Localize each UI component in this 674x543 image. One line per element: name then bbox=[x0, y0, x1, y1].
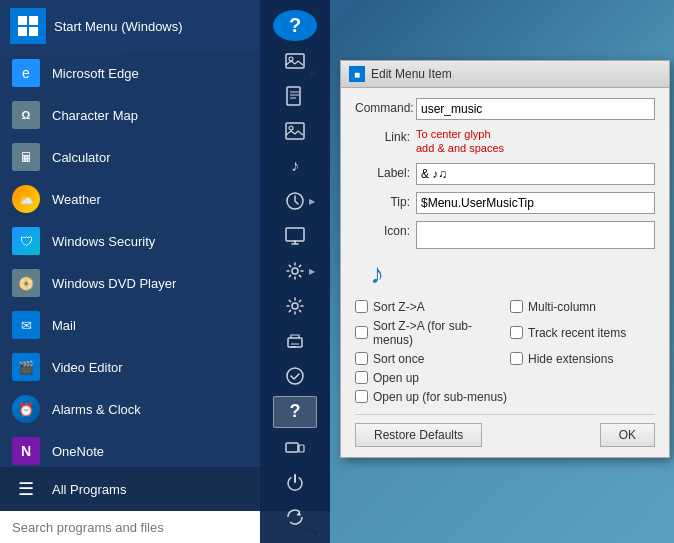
mail-label: Mail bbox=[52, 318, 76, 333]
dialog-title-icon: ■ bbox=[349, 66, 365, 82]
sort-z-a-sub-checkbox[interactable] bbox=[355, 326, 368, 339]
label-row: Label: bbox=[355, 163, 655, 185]
sidebar-icon-help2[interactable]: ? bbox=[273, 396, 317, 428]
music-icon-preview: ♪ bbox=[359, 256, 395, 292]
charmap-icon: Ω bbox=[12, 101, 40, 129]
sidebar-icon-settings2[interactable] bbox=[273, 291, 317, 322]
checkboxes-grid: Sort Z->A Multi-column Sort Z->A (for su… bbox=[355, 300, 655, 404]
edge-label: Microsoft Edge bbox=[52, 66, 139, 81]
icon-label: Icon: bbox=[355, 221, 410, 238]
alarms-label: Alarms & Clock bbox=[52, 402, 141, 417]
calc-icon: 🖩 bbox=[12, 143, 40, 171]
cb-sort-z-a: Sort Z->A bbox=[355, 300, 500, 314]
link-hint: To center glyph add & and spaces bbox=[416, 127, 655, 156]
cb-sort-z-a-sub: Sort Z->A (for sub-menus) bbox=[355, 319, 500, 347]
svg-rect-6 bbox=[286, 228, 304, 241]
multi-column-label: Multi-column bbox=[528, 300, 596, 314]
sidebar-icon-devices[interactable] bbox=[273, 432, 317, 463]
svg-rect-12 bbox=[299, 445, 304, 452]
svg-point-7 bbox=[292, 268, 298, 274]
tip-row: Tip: bbox=[355, 192, 655, 214]
sort-z-a-sub-label: Sort Z->A (for sub-menus) bbox=[373, 319, 500, 347]
alarms-icon: ⏰ bbox=[12, 395, 40, 423]
svg-rect-2 bbox=[287, 87, 300, 105]
weather-label: Weather bbox=[52, 192, 101, 207]
sidebar-icon-image[interactable] bbox=[273, 115, 317, 146]
icon-box bbox=[416, 221, 655, 249]
track-recent-label: Track recent items bbox=[528, 326, 626, 340]
video-label: Video Editor bbox=[52, 360, 123, 375]
sidebar-icon-check[interactable] bbox=[273, 361, 317, 392]
search-input[interactable] bbox=[12, 520, 293, 535]
svg-point-4 bbox=[289, 126, 293, 130]
dialog-overlay: ■ Edit Menu Item Command: Link: To cente… bbox=[340, 60, 670, 458]
all-programs-icon: ☰ bbox=[12, 475, 40, 503]
sort-once-checkbox[interactable] bbox=[355, 352, 368, 365]
sort-z-a-checkbox[interactable] bbox=[355, 300, 368, 313]
cb-open-up-sub: Open up (for sub-menus) bbox=[355, 390, 655, 404]
open-up-checkbox[interactable] bbox=[355, 371, 368, 384]
sidebar-icon-help[interactable]: ? bbox=[273, 10, 317, 41]
sidebar-icon-doc[interactable] bbox=[273, 80, 317, 111]
dialog-buttons: Restore Defaults OK bbox=[355, 414, 655, 447]
cb-hide-extensions: Hide extensions bbox=[510, 352, 655, 366]
video-icon: 🎬 bbox=[12, 353, 40, 381]
winsec-label: Windows Security bbox=[52, 234, 155, 249]
start-title: Start Menu (Windows) bbox=[54, 19, 183, 34]
hide-extensions-checkbox[interactable] bbox=[510, 352, 523, 365]
svg-point-10 bbox=[287, 368, 303, 384]
winsec-icon: 🛡 bbox=[12, 227, 40, 255]
ok-button[interactable]: OK bbox=[600, 423, 655, 447]
label-input[interactable] bbox=[416, 163, 655, 185]
dialog-title-bar: ■ Edit Menu Item bbox=[341, 61, 669, 88]
dialog-title: Edit Menu Item bbox=[371, 67, 452, 81]
mail-icon: ✉ bbox=[12, 311, 40, 339]
charmap-label: Character Map bbox=[52, 108, 138, 123]
weather-icon: ⛅ bbox=[12, 185, 40, 213]
sidebar-icon-monitor[interactable] bbox=[273, 221, 317, 252]
link-label: Link: bbox=[355, 127, 410, 144]
link-area: To center glyph add & and spaces bbox=[416, 127, 655, 156]
multi-column-checkbox[interactable] bbox=[510, 300, 523, 313]
onenote-label: OneNote bbox=[52, 444, 104, 459]
track-recent-checkbox[interactable] bbox=[510, 326, 523, 339]
sidebar-icon-settings[interactable]: ▶ bbox=[273, 256, 317, 287]
edit-menu-dialog: ■ Edit Menu Item Command: Link: To cente… bbox=[340, 60, 670, 458]
sort-once-label: Sort once bbox=[373, 352, 424, 366]
svg-rect-9 bbox=[288, 338, 302, 347]
dvd-icon: 📀 bbox=[12, 269, 40, 297]
command-row: Command: bbox=[355, 98, 655, 120]
cb-open-up: Open up bbox=[355, 371, 500, 385]
start-logo[interactable] bbox=[10, 8, 46, 44]
sidebar-icon-power[interactable] bbox=[273, 467, 317, 498]
calc-label: Calculator bbox=[52, 150, 111, 165]
open-up-sub-checkbox[interactable] bbox=[355, 390, 368, 403]
all-programs-label: All Programs bbox=[52, 482, 126, 497]
sidebar-icon-clock[interactable]: ▶ bbox=[273, 185, 317, 216]
sidebar-icon-refresh[interactable] bbox=[273, 502, 317, 533]
sidebar-icon-photo[interactable] bbox=[273, 45, 317, 76]
icon-row: Icon: bbox=[355, 221, 655, 249]
right-sidebar: ? ♪ ▶ ▶ ? bbox=[260, 0, 330, 543]
tip-label: Tip: bbox=[355, 192, 410, 209]
svg-rect-11 bbox=[286, 443, 298, 452]
dialog-body: Command: Link: To center glyph add & and… bbox=[341, 88, 669, 457]
command-input[interactable] bbox=[416, 98, 655, 120]
svg-rect-0 bbox=[286, 54, 304, 68]
cb-multi-column: Multi-column bbox=[510, 300, 655, 314]
svg-point-8 bbox=[292, 303, 298, 309]
restore-defaults-button[interactable]: Restore Defaults bbox=[355, 423, 482, 447]
label-field-label: Label: bbox=[355, 163, 410, 180]
command-label: Command: bbox=[355, 98, 410, 115]
dvd-label: Windows DVD Player bbox=[52, 276, 176, 291]
svg-rect-3 bbox=[286, 123, 304, 139]
link-row: Link: To center glyph add & and spaces bbox=[355, 127, 655, 156]
hide-extensions-label: Hide extensions bbox=[528, 352, 613, 366]
cb-sort-once: Sort once bbox=[355, 352, 500, 366]
tip-input[interactable] bbox=[416, 192, 655, 214]
edge-icon: e bbox=[12, 59, 40, 87]
sidebar-icon-music[interactable]: ♪ bbox=[273, 150, 317, 181]
sidebar-icon-print[interactable] bbox=[273, 326, 317, 357]
onenote-icon: N bbox=[12, 437, 40, 465]
open-up-sub-label: Open up (for sub-menus) bbox=[373, 390, 507, 404]
